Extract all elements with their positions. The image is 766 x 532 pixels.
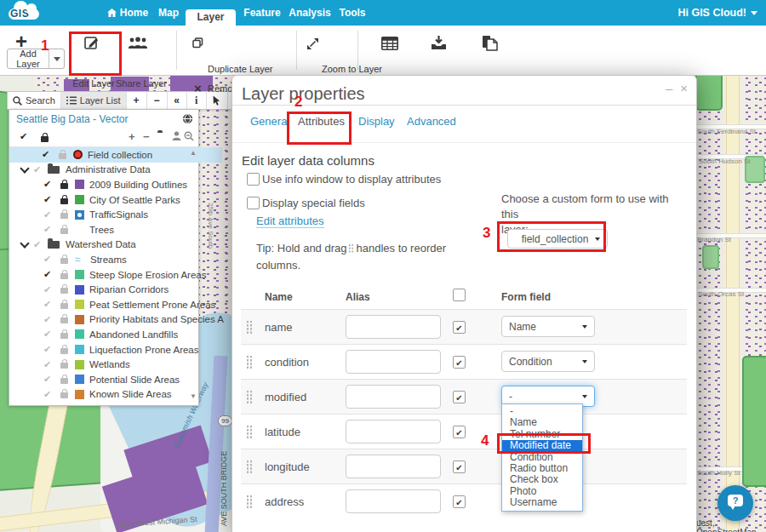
lock-icon[interactable] (60, 392, 68, 398)
chevron-down-icon[interactable] (20, 238, 29, 248)
select-cursor-button[interactable] (207, 92, 228, 109)
dropdown-option[interactable]: Condition (502, 452, 582, 463)
map-canvas-right[interactable]: South Ferdinand St South Hudson St Brand… (695, 75, 766, 532)
drag-handle-icon[interactable] (246, 495, 253, 508)
visibility-check-icon[interactable] (33, 239, 46, 250)
visibility-check-icon[interactable] (43, 329, 56, 340)
visibility-check-icon[interactable] (33, 164, 46, 175)
lock-icon[interactable] (60, 273, 68, 279)
close-icon[interactable]: × (680, 81, 688, 95)
minimize-icon[interactable]: – (666, 81, 672, 95)
visibility-check-icon[interactable] (43, 299, 56, 310)
lock-icon[interactable] (60, 303, 68, 309)
scroll-up-arrow[interactable]: ▲ (190, 149, 197, 157)
drag-handle-icon[interactable] (246, 460, 253, 473)
gis-cloud-logo[interactable]: GIS (9, 9, 39, 20)
visibility-check-icon[interactable] (42, 149, 54, 160)
row-checkbox[interactable] (453, 460, 466, 473)
visibility-check-icon[interactable] (43, 284, 56, 295)
zoom-extent-icon[interactable] (184, 131, 194, 141)
lock-icon[interactable] (60, 228, 68, 234)
layer-folder-watershed[interactable]: Watershed Data (9, 237, 198, 253)
folder-small-icon[interactable] (156, 133, 163, 146)
layer-row-traffic-signals[interactable]: TrafficSignals (9, 207, 224, 222)
alias-input[interactable] (346, 455, 441, 478)
row-checkbox[interactable] (453, 426, 466, 438)
special-fields-checkbox[interactable] (247, 197, 260, 209)
info-window-checkbox[interactable] (247, 173, 260, 186)
dropdown-option[interactable]: Radio button (502, 463, 582, 474)
alias-input[interactable] (346, 315, 441, 339)
layer-row-peat[interactable]: Peat Settlement Prone Areas (9, 297, 224, 312)
lock-icon[interactable] (60, 333, 68, 339)
layer-row-steep-slope[interactable]: Steep Slope Erosion Areas (9, 267, 224, 283)
visibility-check-icon[interactable] (43, 209, 56, 220)
alias-input[interactable] (346, 420, 441, 443)
visibility-check-icon[interactable] (43, 359, 56, 370)
visibility-check-icon[interactable] (43, 344, 56, 355)
add-layer-dropdown[interactable] (49, 49, 64, 68)
zoom-in-button[interactable]: + (127, 92, 147, 109)
drag-handle-icon[interactable] (246, 320, 253, 334)
dropdown-option[interactable]: Name (502, 417, 582, 428)
nav-map[interactable]: Map (153, 0, 184, 26)
layer-list-button[interactable]: Layer List (61, 92, 127, 109)
check-all-icon[interactable] (20, 131, 32, 142)
tab-general[interactable]: General (250, 115, 289, 128)
row-checkbox[interactable] (453, 391, 466, 403)
remove-layer-small-button[interactable]: − (143, 130, 150, 143)
layer-row-priority-habitats[interactable]: Priority Habitats and Species A (9, 312, 224, 328)
visibility-check-icon[interactable] (43, 194, 56, 205)
layer-row-potential-slide[interactable]: Potential Slide Areas (9, 372, 224, 387)
scroll-down-arrow[interactable]: ▼ (190, 392, 197, 400)
visibility-check-icon[interactable] (43, 374, 56, 385)
lock-icon[interactable] (60, 348, 68, 354)
drag-handle-icon[interactable] (246, 355, 253, 369)
row-checkbox[interactable] (453, 356, 466, 369)
dropdown-option[interactable]: Check box (502, 474, 582, 485)
form-field-select[interactable]: Name (501, 316, 595, 337)
lock-icon[interactable] (60, 363, 68, 369)
user-menu[interactable]: Hi GIS Cloud! (677, 0, 757, 26)
visibility-check-icon[interactable] (43, 224, 56, 235)
layer-row-building-outlines[interactable]: 2009 Building Outlines (9, 177, 224, 192)
lock-icon[interactable] (60, 288, 68, 294)
add-layer-button[interactable]: Add Layer (7, 49, 65, 69)
layer-row-streams[interactable]: Streams (9, 252, 224, 267)
chevron-down-icon[interactable] (20, 163, 29, 173)
visibility-check-icon[interactable] (43, 254, 56, 265)
custom-form-select[interactable]: field_collection (507, 229, 608, 249)
nav-feature[interactable]: Feature (240, 0, 284, 26)
layer-row-seattle-parks[interactable]: City Of Seattle Parks (9, 192, 224, 208)
layer-row-liquefaction[interactable]: Liquefaction Prone Areas (9, 342, 224, 358)
drag-handle-icon[interactable] (246, 425, 253, 438)
nav-layer[interactable]: Layer (186, 9, 236, 26)
globe-icon[interactable] (182, 113, 193, 124)
tab-attributes[interactable]: Attributes (298, 115, 345, 128)
form-field-select[interactable]: Condition (501, 351, 595, 372)
add-layer-small-button[interactable]: + (129, 130, 135, 143)
lock-icon[interactable] (60, 213, 68, 219)
lock-all-icon[interactable] (41, 136, 49, 142)
layer-row-riparian[interactable]: Riparian Corridors (9, 282, 224, 297)
person-icon[interactable] (172, 131, 181, 141)
collapse-button[interactable]: « (168, 92, 187, 109)
row-checkbox[interactable] (453, 321, 466, 334)
alias-input[interactable] (346, 385, 441, 409)
search-button[interactable]: Search (8, 92, 61, 109)
zoom-out-button[interactable]: − (147, 92, 168, 109)
layer-row-trees[interactable]: Trees (9, 222, 224, 237)
dropdown-option[interactable]: Photo (502, 486, 582, 497)
alias-input[interactable] (346, 350, 441, 374)
visibility-check-icon[interactable] (43, 269, 56, 280)
lock-icon[interactable] (60, 378, 68, 384)
dropdown-option[interactable]: Tel number (502, 429, 582, 440)
visibility-check-icon[interactable] (43, 314, 56, 325)
edit-attributes-link[interactable]: Edit attributes (256, 215, 324, 228)
layer-row-landfills[interactable]: Abandoned Landfills (9, 327, 224, 342)
visibility-check-icon[interactable] (43, 179, 56, 190)
dropdown-option[interactable]: - (502, 406, 582, 417)
row-checkbox[interactable] (453, 495, 466, 508)
select-all-checkbox[interactable] (453, 289, 466, 301)
layer-panel-title[interactable]: Seattle Big Data - Vector (9, 110, 198, 129)
